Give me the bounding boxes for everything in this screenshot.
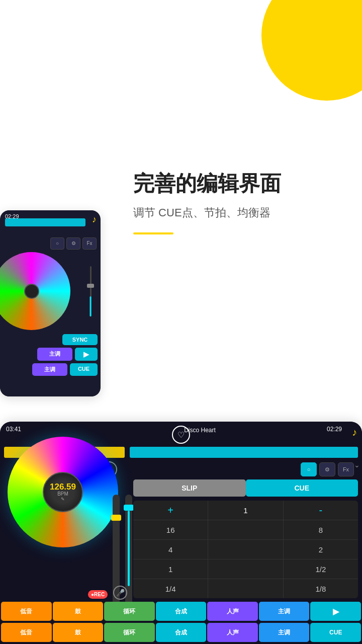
text-section: 完善的编辑界面 调节 CUE点、节拍、均衡器 bbox=[133, 171, 347, 234]
d1-sync-btn[interactable]: SYNC bbox=[62, 334, 98, 345]
d2-loop-btn-2[interactable]: 循环 bbox=[104, 623, 155, 642]
d2-grid-row-2: 16 8 bbox=[133, 520, 358, 540]
d1-btn-row-1: 主调 ▶ bbox=[3, 348, 98, 361]
d2-vocal-btn-2[interactable]: 人声 bbox=[207, 623, 258, 642]
d2-loop-btn-1[interactable]: 循环 bbox=[104, 602, 155, 621]
d1-waveform bbox=[5, 218, 85, 226]
d2-grid-1[interactable]: 1 bbox=[133, 559, 208, 579]
d1-btn-row-2: 主调 CUE bbox=[3, 363, 98, 376]
d2-grid-row-1: + 1 - bbox=[133, 501, 358, 520]
d1-fader-area bbox=[85, 252, 96, 330]
d2-fader-1-thumb bbox=[111, 515, 121, 521]
d2-time-right: 02:29 bbox=[327, 426, 342, 433]
d2-dropdown-arrow[interactable]: ⌄ bbox=[354, 461, 360, 469]
decorative-blob bbox=[261, 0, 362, 101]
d2-grid-quarter[interactable]: 1/4 bbox=[133, 579, 208, 598]
d1-fader-track[interactable] bbox=[90, 266, 92, 316]
d2-mic-btn[interactable]: 🎤 bbox=[113, 586, 127, 600]
d1-key-btn-1[interactable]: 主调 bbox=[37, 348, 72, 361]
d1-circle-btn[interactable]: ○ bbox=[50, 237, 64, 250]
d1-fx-btn[interactable]: Fx bbox=[82, 237, 97, 250]
d2-grid-8[interactable]: 8 bbox=[284, 520, 358, 539]
d2-drum-btn-1[interactable]: 鼓 bbox=[53, 602, 104, 621]
d2-cue-btn[interactable]: CUE bbox=[310, 623, 361, 642]
d2-eq-btn[interactable]: ⚙ bbox=[319, 462, 335, 476]
d1-key-btn-2[interactable]: 主调 bbox=[32, 363, 67, 376]
d2-fx-btn[interactable]: Fx bbox=[338, 462, 354, 476]
d2-btn-row-2: 低音 鼓 循环 合成 人声 主调 CUE bbox=[0, 623, 362, 643]
d2-grid-minus[interactable]: - bbox=[284, 501, 358, 520]
device-1-container: 02:29 ♪ ○ ⚙ Fx SYNC bbox=[0, 210, 101, 396]
device-1-inner: 02:29 ♪ ○ ⚙ Fx SYNC bbox=[0, 210, 101, 396]
d1-turntable-center bbox=[24, 284, 39, 299]
yellow-divider bbox=[133, 232, 173, 234]
d2-tab-slip[interactable]: SLIP bbox=[133, 479, 246, 497]
d1-note-icon: ♪ bbox=[92, 214, 97, 225]
d2-synth-btn-2[interactable]: 合成 bbox=[156, 623, 207, 642]
d2-fader-2-line bbox=[128, 511, 130, 586]
d2-note-icon: ♪ bbox=[352, 427, 357, 438]
d2-right-btns: ○ ⚙ Fx bbox=[301, 462, 354, 476]
d1-fader-line bbox=[90, 296, 92, 316]
d2-tab-cue[interactable]: CUE bbox=[246, 479, 358, 497]
d2-circle-btn[interactable]: ○ bbox=[301, 462, 317, 476]
d2-bpm-edit-icon: ✎ bbox=[61, 497, 65, 502]
d2-vocal-btn-1[interactable]: 人声 bbox=[207, 602, 258, 621]
d2-grid-2[interactable]: 2 bbox=[284, 540, 358, 559]
d2-play-btn[interactable]: ▶ bbox=[310, 602, 361, 621]
d2-bass-btn-2[interactable]: 低音 bbox=[1, 623, 52, 642]
d1-sync-row: SYNC bbox=[3, 334, 98, 345]
d2-grid-empty-2 bbox=[208, 540, 283, 559]
d2-rec-btn[interactable]: ●REC bbox=[88, 590, 108, 599]
device-2-container: 03:41 ♡ Disco Heart 02:29 ♪ ⚙ ○ ⚙ Fx ⌄ 1… bbox=[0, 422, 362, 644]
d2-grid-empty-3 bbox=[208, 559, 283, 579]
d2-grid-eighth[interactable]: 1/8 bbox=[284, 579, 358, 598]
d1-fader-thumb bbox=[87, 284, 94, 288]
d2-grid: + 1 - 16 8 4 2 1 1/2 bbox=[133, 501, 358, 598]
d2-grid-half[interactable]: 1/2 bbox=[284, 559, 358, 579]
d2-grid-row-3: 4 2 bbox=[133, 540, 358, 559]
d2-key-btn-2[interactable]: 主调 bbox=[259, 623, 310, 642]
d2-grid-row-4: 1 1/2 bbox=[133, 559, 358, 579]
d1-controls: ○ ⚙ Fx bbox=[0, 234, 101, 252]
d2-turntable-area: 126.59 BPM ✎ bbox=[0, 422, 126, 562]
d1-eq-btn[interactable]: ⚙ bbox=[66, 237, 80, 250]
d2-grid-row-5: 1/4 1/8 bbox=[133, 579, 358, 598]
d2-btn-rows: 低音 鼓 循环 合成 人声 主调 ▶ 低音 鼓 循环 合成 人声 主调 CUE bbox=[0, 602, 362, 644]
device-2-inner: 03:41 ♡ Disco Heart 02:29 ♪ ⚙ ○ ⚙ Fx ⌄ 1… bbox=[0, 422, 362, 644]
d1-turntable[interactable] bbox=[0, 252, 70, 330]
d1-waveform-bar: 02:29 ♪ bbox=[0, 210, 101, 233]
d2-turntable-center: 126.59 BPM ✎ bbox=[43, 472, 83, 512]
d2-grid-4[interactable]: 4 bbox=[133, 540, 208, 559]
d2-bpm-label: BPM bbox=[57, 491, 68, 497]
d2-btn-row-1: 低音 鼓 循环 合成 人声 主调 ▶ bbox=[0, 602, 362, 622]
d2-key-btn-1[interactable]: 主调 bbox=[259, 602, 310, 621]
d2-grid-empty-4 bbox=[208, 579, 283, 598]
d1-play-btn[interactable]: ▶ bbox=[75, 348, 98, 361]
d2-synth-btn-1[interactable]: 合成 bbox=[156, 602, 207, 621]
d2-bpm-value: 126.59 bbox=[50, 482, 76, 491]
d2-right-panel: SLIP CUE + 1 - 16 8 4 2 bbox=[133, 479, 358, 620]
d2-tabs: SLIP CUE bbox=[133, 479, 358, 497]
d2-fader-2-thumb bbox=[124, 505, 134, 511]
d2-track-name: Disco Heart bbox=[184, 427, 216, 434]
d2-bass-btn-1[interactable]: 低音 bbox=[1, 602, 52, 621]
main-title: 完善的编辑界面 bbox=[133, 171, 347, 196]
d2-grid-empty-1 bbox=[208, 520, 283, 539]
d1-cue-btn[interactable]: CUE bbox=[70, 363, 98, 376]
d2-grid-16[interactable]: 16 bbox=[133, 520, 208, 539]
sub-title: 调节 CUE点、节拍、均衡器 bbox=[133, 205, 347, 220]
d2-grid-1[interactable]: 1 bbox=[208, 501, 283, 520]
d2-waveform-right bbox=[130, 447, 358, 458]
d1-bottom: SYNC 主调 ▶ 主调 CUE bbox=[0, 331, 101, 396]
d2-turntable[interactable]: 126.59 BPM ✎ bbox=[8, 437, 118, 547]
d2-grid-plus[interactable]: + bbox=[133, 501, 208, 520]
d2-drum-btn-2[interactable]: 鼓 bbox=[53, 623, 104, 642]
